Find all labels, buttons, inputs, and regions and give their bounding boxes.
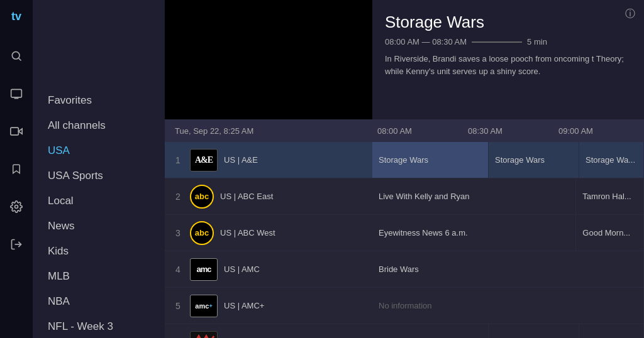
show-info-panel: ⓘ Storage Wars 08:00 AM — 08:30 AM 5 min… [372,0,644,119]
show-time: 08:00 AM — 08:30 AM 5 min [385,37,631,46]
time-header: Tue, Sep 22, 8:25 AM 08:00 AM 08:30 AM 0… [165,119,644,142]
top-section: ⓘ Storage Wars 08:00 AM — 08:30 AM 5 min… [165,0,644,119]
svg-point-6 [15,205,18,209]
program-6-0[interactable]: America: Facts vs. Fiction [372,324,489,338]
app-logo: tv [11,10,21,23]
svg-point-0 [12,52,19,59]
channel-info-6: 6 US | American Heroes Channel [165,331,372,339]
channels-container[interactable]: 1 A&E US | A&E Storage Wars Storage Wars… [165,142,644,338]
channel-guide: Tue, Sep 22, 8:25 AM 08:00 AM 08:30 AM 0… [165,119,644,338]
program-1-1[interactable]: Storage Wars [489,142,579,178]
tv-icon[interactable] [6,84,26,104]
channel-row-4[interactable]: 4 amc US | AMC Bride Wars [165,251,644,288]
channel-info-2: 2 abc US | ABC East [165,185,372,209]
show-time-range: 08:00 AM — 08:30 AM [385,37,467,46]
channel-programs-2: Live With Kelly and Ryan Tamron Hal... [372,178,644,214]
info-icon[interactable]: ⓘ [625,8,635,21]
program-1-2[interactable]: Storage Wa... [579,142,644,178]
guide-date: Tue, Sep 22, 8:25 AM [165,126,372,136]
channel-name-1: US | A&E [224,155,258,165]
channel-programs-3: Eyewitness News 6 a.m. Good Morn... [372,215,644,251]
channel-number-5: 5 [172,301,184,311]
channel-logo-ae: A&E [190,149,218,172]
show-description: In Riverside, Brandi saves a loose pooch… [385,53,631,77]
channel-info-5: 5 amc+ US | AMC+ [165,295,372,317]
channel-info-4: 4 amc US | AMC [165,258,372,281]
channel-number-4: 4 [172,264,184,275]
search-icon[interactable] [6,46,26,66]
sidebar-icons-panel: tv [0,0,33,338]
program-2-2[interactable]: Tamron Hal... [576,178,644,214]
channel-name-4: US | AMC [224,264,260,274]
time-slots: 08:00 AM 08:30 AM 09:00 AM [372,126,644,136]
nav-item-usa[interactable]: USA [33,138,165,163]
nav-item-nfl[interactable]: NFL - Week 3 [33,314,165,338]
channel-logo-abc2: abc [190,221,214,245]
channel-row-3[interactable]: 3 abc US | ABC West Eyewitness News 6 a.… [165,215,644,251]
channel-logo-amc: amc [190,258,218,281]
channel-name-3: US | ABC West [220,228,275,237]
channel-logo-ahc [190,331,218,339]
channel-programs-1: Storage Wars Storage Wars Storage Wa... [372,142,644,178]
show-duration: 5 min [527,37,547,46]
svg-rect-5 [11,128,18,135]
channel-row-6[interactable]: 6 US | American Heroes Channel America: … [165,324,644,338]
channel-programs-5: No information [372,288,644,324]
channel-programs-4: Bride Wars [372,251,644,287]
svg-rect-2 [11,89,22,97]
svg-line-1 [19,58,21,61]
bookmark-icon[interactable] [6,159,26,179]
settings-icon[interactable] [6,197,26,217]
nav-menu: Favorites All channels USA USA Sports Lo… [33,0,165,338]
program-3-0[interactable]: Eyewitness News 6 a.m. [372,215,576,251]
nav-item-usa-sports[interactable]: USA Sports [33,163,165,188]
time-slot-1: 08:30 AM [463,126,553,136]
nav-item-news[interactable]: News [33,214,165,239]
nav-item-all-channels[interactable]: All channels [33,113,165,138]
nav-item-nba[interactable]: NBA [33,289,165,314]
program-4-0[interactable]: Bride Wars [372,251,644,287]
channel-name-5: US | AMC+ [224,301,264,310]
channel-programs-6: America: Facts vs. Fiction America: Fa..… [372,324,644,338]
nav-item-local[interactable]: Local [33,188,165,214]
channel-info-1: 1 A&E US | A&E [165,149,372,172]
program-1-0[interactable]: Storage Wars [372,142,489,178]
channel-row-5[interactable]: 5 amc+ US | AMC+ No information [165,288,644,324]
program-6-2[interactable]: America: Fa... [579,324,644,338]
record-icon[interactable] [6,121,26,141]
program-3-2[interactable]: Good Morn... [576,215,644,251]
channel-info-3: 3 abc US | ABC West [165,221,372,245]
nav-item-mlb[interactable]: MLB [33,264,165,289]
time-bar [472,41,522,43]
program-6-1[interactable] [489,324,579,338]
channel-logo-abc1: abc [190,185,214,209]
main-content: ⓘ Storage Wars 08:00 AM — 08:30 AM 5 min… [165,0,644,338]
channel-number-1: 1 [172,155,184,165]
svg-marker-4 [18,129,22,134]
program-2-0[interactable]: Live With Kelly and Ryan [372,178,576,214]
nav-item-favorites[interactable]: Favorites [33,88,165,113]
channel-name-2: US | ABC East [220,192,273,201]
nav-item-kids[interactable]: Kids [33,239,165,264]
channel-row-1[interactable]: 1 A&E US | A&E Storage Wars Storage Wars… [165,142,644,178]
program-5-0[interactable]: No information [372,288,644,324]
channel-row-2[interactable]: 2 abc US | ABC East Live With Kelly and … [165,178,644,215]
channel-logo-amcp: amc+ [190,295,218,317]
time-slot-0: 08:00 AM [372,126,463,136]
show-title: Storage Wars [385,13,631,32]
time-slot-2: 09:00 AM [553,126,644,136]
channel-number-3: 3 [172,228,184,238]
channel-number-2: 2 [172,192,184,202]
exit-icon[interactable] [6,234,26,254]
video-preview[interactable] [165,0,372,119]
